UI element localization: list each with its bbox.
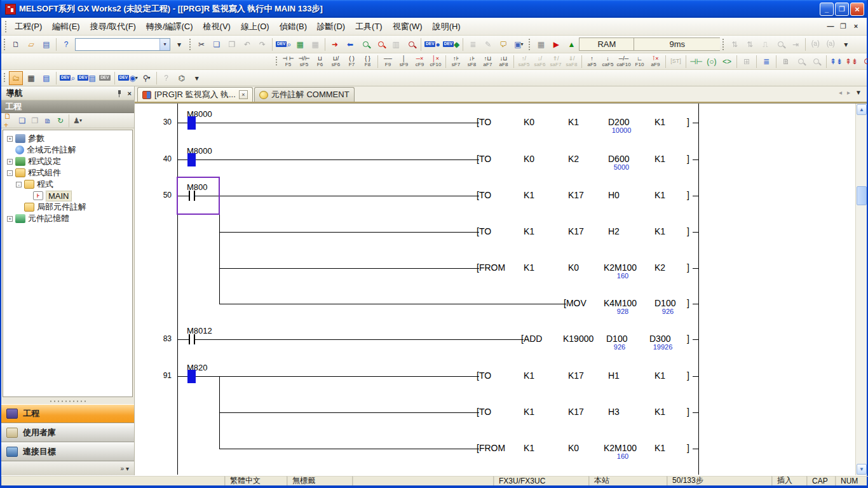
tree-item-7[interactable]: +元件記憶體: [4, 213, 131, 224]
monitor-red-button[interactable]: [860, 55, 868, 69]
run-button[interactable]: ▶: [549, 37, 563, 51]
ladder-symbol-sF5[interactable]: ⊣/⊢sF5: [296, 55, 312, 69]
tree-item-5[interactable]: ⊦MAIN: [4, 190, 131, 201]
pin-icon[interactable]: [115, 89, 124, 98]
tree-item-2[interactable]: +程式設定: [4, 156, 131, 167]
menu-item-9[interactable]: 視窗(W): [388, 18, 428, 35]
ladder-symbol-F5[interactable]: ⊣ ⊢F5: [280, 55, 296, 69]
menu-item-1[interactable]: 編輯(E): [47, 18, 85, 35]
view-button-使用者庫[interactable]: 使用者庫: [1, 423, 134, 442]
copy-item-button[interactable]: ❏: [17, 115, 28, 126]
device-search-button[interactable]: ⚲▾: [140, 71, 154, 85]
device-test-on-button[interactable]: ⇞⇟: [829, 55, 843, 69]
toolbar-options-button-4[interactable]: ▾: [190, 71, 204, 85]
start-monitor-button[interactable]: [358, 37, 372, 51]
device-search-button-dropdown-icon[interactable]: ▾: [148, 75, 151, 81]
device-list-button[interactable]: DEV▤: [77, 71, 97, 85]
tree-expand-icon[interactable]: -: [16, 182, 22, 187]
refresh-button[interactable]: ↻: [55, 115, 66, 126]
ladder-symbol-F8[interactable]: { }F8: [360, 55, 376, 69]
tree-item-6[interactable]: 局部元件註解: [4, 201, 131, 213]
property-button[interactable]: 🗈: [42, 115, 53, 126]
minimize-button[interactable]: _: [820, 3, 834, 16]
device-register-button[interactable]: DEV●: [424, 37, 441, 51]
write-to-plc-button[interactable]: ➜: [328, 37, 342, 51]
transfer-setup-button[interactable]: ▦: [534, 37, 548, 51]
comment-edit-button[interactable]: 🗩: [496, 37, 510, 51]
cut-button[interactable]: ✂: [194, 37, 208, 51]
ladder-symbol-cF9[interactable]: ─×cF9: [412, 55, 428, 69]
ladder-symbol-caF10[interactable]: ─/─caF10: [616, 55, 632, 69]
keyword-combobox[interactable]: ▾: [75, 38, 170, 51]
tree-item-3[interactable]: -程式組件: [4, 167, 131, 179]
menu-item-7[interactable]: 診斷(D): [312, 18, 350, 35]
tree-expand-icon[interactable]: +: [7, 216, 13, 222]
ladder-symbol-F9[interactable]: ──F9: [380, 55, 396, 69]
view-button-工程[interactable]: 工程: [1, 404, 134, 423]
menu-item-3[interactable]: 轉換/編譯(C): [141, 18, 198, 35]
device-test-off-button[interactable]: ⇞⇟: [844, 55, 858, 69]
ladder-symbol-caF5[interactable]: ↓caF5: [600, 55, 616, 69]
ladder-symbol-F10[interactable]: ∟F10: [632, 55, 648, 69]
edit-coil-button[interactable]: (○): [705, 55, 719, 69]
ladder-symbol-sF7[interactable]: ↑⊦sF7: [448, 55, 464, 69]
ladder-symbol-cF10[interactable]: │×cF10: [428, 55, 444, 69]
ladder-symbol-F6[interactable]: ⊔F6: [312, 55, 328, 69]
module-configuration-button[interactable]: ▦: [24, 71, 38, 85]
ladder-symbol-F7[interactable]: ( )F7: [344, 55, 360, 69]
new-item-button[interactable]: 🗋+: [4, 115, 15, 126]
monitor-watch-button[interactable]: [404, 37, 418, 51]
scrollbar-thumb[interactable]: [857, 186, 867, 205]
find-binoculars-button[interactable]: ⌬: [175, 71, 189, 85]
ladder-symbol-aF9[interactable]: ⊺×aF9: [648, 55, 663, 69]
read-from-plc-button[interactable]: ⬅: [343, 37, 357, 51]
ladder-symbol-aF7[interactable]: ↑⊔aF7: [480, 55, 496, 69]
more-views-button[interactable]: »: [120, 465, 124, 472]
edit-contact-button[interactable]: ⊣⊢: [689, 55, 703, 69]
screen-display-button-dropdown-icon[interactable]: ▾: [521, 41, 524, 47]
step-run-button[interactable]: ▲: [564, 37, 578, 51]
menu-item-5[interactable]: 線上(O): [236, 18, 275, 35]
sort-button[interactable]: ♟▾: [72, 115, 83, 126]
stop-monitor-button[interactable]: [374, 37, 388, 51]
scroll-down-icon[interactable]: ▼: [857, 464, 867, 475]
screen-display-button[interactable]: ▣▾: [512, 37, 526, 51]
device-comment-search-button[interactable]: DEV⌕: [275, 37, 292, 51]
edit-line-mode-button[interactable]: ≣: [759, 55, 773, 69]
sort-button-dropdown-icon[interactable]: ▾: [79, 118, 82, 123]
tree-item-0[interactable]: +參數: [4, 133, 131, 144]
tree-expand-icon[interactable]: +: [7, 136, 13, 142]
ladder-symbol-sF6[interactable]: ⊔/sF6: [328, 55, 344, 69]
keyword-combobox-arrow-icon[interactable]: ▾: [159, 39, 170, 50]
more-views-arrow-icon[interactable]: ▾: [126, 465, 129, 472]
new-project-button[interactable]: 🗋: [9, 37, 23, 51]
tab-close-icon[interactable]: ×: [239, 90, 248, 99]
open-project-button[interactable]: ▱: [24, 37, 38, 51]
tab-scroll-left-icon[interactable]: ◂: [839, 89, 842, 96]
view-button-連接目標[interactable]: 連接目標: [1, 442, 134, 461]
monitor-mode-button[interactable]: ▦: [293, 37, 307, 51]
child-restore-button[interactable]: ❐: [839, 22, 848, 30]
device-display-button-dropdown-icon[interactable]: ▾: [135, 75, 138, 81]
tree-item-4[interactable]: -程式: [4, 179, 131, 190]
ladder-symbol-sF8[interactable]: ↓⊦sF8: [464, 55, 480, 69]
help-button[interactable]: ?: [59, 37, 73, 51]
ladder-canvas[interactable]: 30]M8000[TOK0K1D20010000K140]M8000[TOK0K…: [135, 104, 858, 475]
nav-splitter[interactable]: [1, 398, 134, 404]
menu-item-0[interactable]: 工程(P): [10, 18, 47, 35]
child-minimize-button[interactable]: —: [826, 22, 835, 30]
menu-item-4[interactable]: 檢視(V): [198, 18, 236, 35]
ladder-symbol-sF9[interactable]: │sF9: [396, 55, 412, 69]
device-comment-button[interactable]: DEV⌕: [59, 71, 76, 85]
toolbar-options-button-2[interactable]: ▾: [839, 37, 853, 51]
output-window-button[interactable]: ▤: [39, 71, 53, 85]
selection-cursor[interactable]: [177, 177, 220, 215]
save-project-button[interactable]: ▤: [39, 37, 53, 51]
tree-expand-icon[interactable]: -: [7, 170, 13, 176]
toolbar-options-button[interactable]: ▾: [172, 37, 186, 51]
tab-0[interactable]: [PRG]R 監視寫入 執...×: [137, 87, 253, 102]
tab-list-icon[interactable]: ▼: [855, 89, 862, 96]
menu-item-2[interactable]: 搜尋/取代(F): [85, 18, 141, 35]
tab-1[interactable]: 元件註解 COMMENT: [254, 87, 355, 102]
restore-button[interactable]: ❐: [835, 3, 849, 16]
